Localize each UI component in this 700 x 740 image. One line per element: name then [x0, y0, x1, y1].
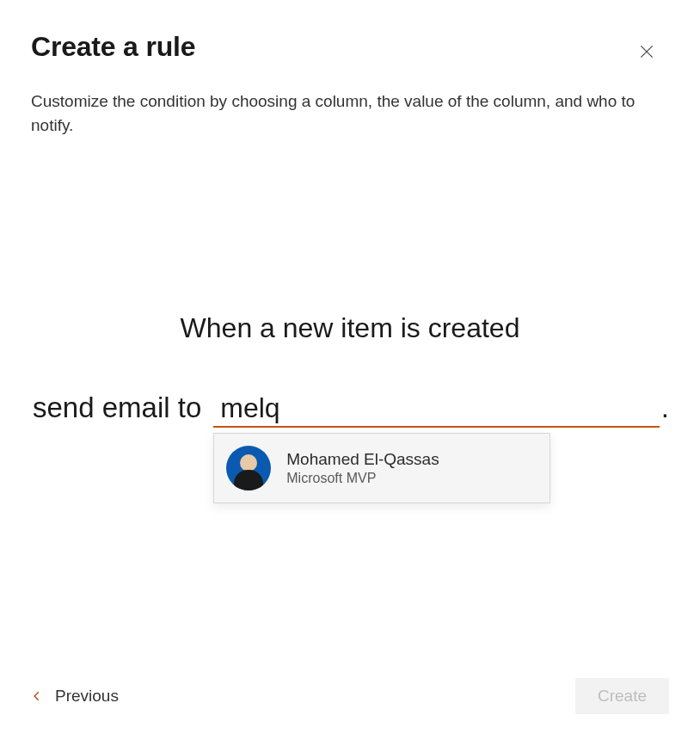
dialog-footer: Previous Create [31, 663, 669, 714]
people-suggestion-item[interactable]: Mohamed El-Qassas Microsoft MVP [214, 434, 550, 503]
person-info: Mohamed El-Qassas Microsoft MVP [286, 450, 439, 486]
sentence-period: . [661, 392, 669, 424]
close-icon [638, 43, 655, 60]
close-button[interactable] [633, 38, 660, 65]
dialog-description: Customize the condition by choosing a co… [31, 89, 650, 137]
person-subtitle: Microsoft MVP [286, 471, 439, 486]
create-rule-dialog: Create a rule Customize the condition by… [0, 0, 700, 740]
people-suggestion-dropdown: Mohamed El-Qassas Microsoft MVP [213, 433, 550, 503]
chevron-left-icon [31, 690, 43, 702]
recipient-input[interactable] [213, 392, 660, 428]
action-prefix-text: send email to [33, 392, 201, 424]
person-name: Mohamed El-Qassas [286, 450, 439, 469]
avatar [226, 446, 271, 490]
recipient-input-wrapper: Mohamed El-Qassas Microsoft MVP [213, 392, 660, 428]
dialog-title: Create a rule [31, 31, 195, 63]
dialog-header: Create a rule [31, 31, 669, 65]
rule-builder-area: When a new item is created send email to… [31, 137, 669, 663]
rule-condition-text: When a new item is created [31, 312, 669, 344]
rule-action-line: send email to Mohamed El-Qassas Microsof… [31, 392, 669, 428]
previous-button-label: Previous [55, 687, 119, 706]
create-button[interactable]: Create [575, 678, 669, 714]
previous-button[interactable]: Previous [31, 681, 119, 711]
